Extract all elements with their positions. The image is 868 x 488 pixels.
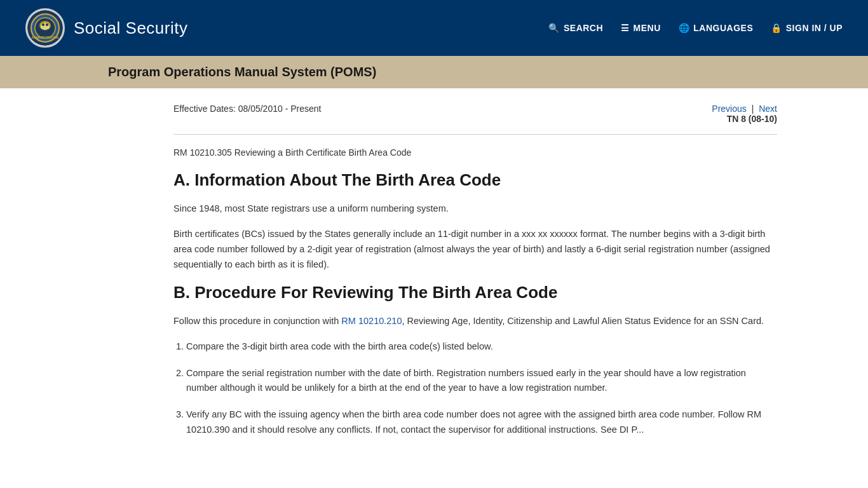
section-a-para-1: Since 1948, most State registrars use a …: [173, 201, 777, 217]
section-a-para-2: Birth certificates (BCs) issued by the S…: [173, 227, 777, 273]
next-link[interactable]: Next: [759, 104, 777, 114]
poms-banner: Program Operations Manual System (POMS): [0, 56, 868, 88]
effective-dates: Effective Dates: 08/05/2010 - Present: [173, 104, 321, 114]
list-item: Verify any BC with the issuing agency wh…: [186, 407, 777, 438]
languages-label: LANGUAGES: [693, 23, 753, 33]
page-navigation: Previous | Next TN 8 (08-10): [712, 104, 777, 124]
svg-point-4: [41, 23, 50, 30]
menu-icon: ☰: [621, 23, 630, 33]
procedure-list: Compare the 3-digit birth area code with…: [186, 339, 777, 438]
lock-icon: 🔒: [771, 23, 782, 33]
site-title: Social Security: [74, 18, 187, 38]
search-label: SEARCH: [564, 23, 603, 33]
svg-point-6: [46, 24, 48, 26]
nav-separator: |: [752, 104, 754, 114]
document-reference: RM 10210.305 Reviewing a Birth Certifica…: [173, 147, 777, 158]
signin-label: SIGN IN / UP: [786, 23, 843, 33]
section-a-heading: A. Information About The Birth Area Code: [173, 170, 777, 190]
meta-row: Effective Dates: 08/05/2010 - Present Pr…: [173, 104, 777, 124]
header-left: ADMINISTRATION Social Security: [25, 8, 187, 48]
section-b-intro-prefix: Follow this procedure in conjunction wit…: [173, 316, 341, 326]
section-b-heading: B. Procedure For Reviewing The Birth Are…: [173, 283, 777, 302]
banner-title: Program Operations Manual System (POMS): [108, 65, 760, 79]
tn-label: TN 8 (08-10): [712, 114, 777, 124]
search-icon: 🔍: [548, 23, 560, 33]
previous-link[interactable]: Previous: [712, 104, 746, 114]
globe-icon: 🌐: [679, 23, 690, 33]
svg-text:ADMINISTRATION: ADMINISTRATION: [32, 36, 59, 39]
section-b-intro-suffix: , Reviewing Age, Identity, Citizenship a…: [402, 316, 764, 326]
list-item: Compare the serial registration number w…: [186, 366, 777, 396]
divider: [173, 134, 777, 135]
menu-nav-item[interactable]: ☰ MENU: [621, 23, 661, 33]
signin-nav-item[interactable]: 🔒 SIGN IN / UP: [771, 23, 843, 33]
list-item: Compare the 3-digit birth area code with…: [186, 339, 777, 355]
languages-nav-item[interactable]: 🌐 LANGUAGES: [679, 23, 753, 33]
search-nav-item[interactable]: 🔍 SEARCH: [548, 23, 603, 33]
menu-label: MENU: [634, 23, 661, 33]
site-header: ADMINISTRATION Social Security 🔍 SEARCH …: [0, 0, 868, 56]
ssa-logo: ADMINISTRATION: [25, 8, 65, 48]
section-b-intro: Follow this procedure in conjunction wit…: [173, 314, 777, 329]
main-content: Effective Dates: 08/05/2010 - Present Pr…: [65, 88, 803, 475]
header-nav: 🔍 SEARCH ☰ MENU 🌐 LANGUAGES 🔒 SIGN IN / …: [548, 23, 843, 33]
svg-point-5: [42, 24, 44, 26]
rm-10210-210-link[interactable]: RM 10210.210: [341, 316, 402, 326]
